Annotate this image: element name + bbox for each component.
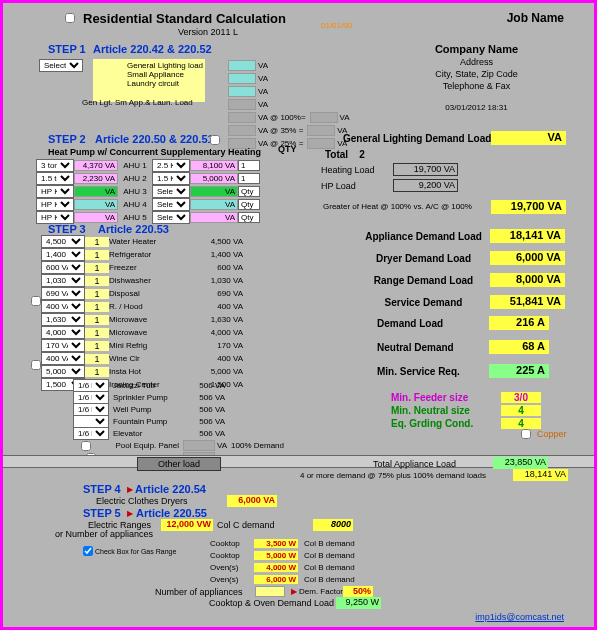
- step3-check1[interactable]: [31, 296, 41, 306]
- step3-label: STEP 3: [48, 223, 86, 235]
- version-label: Version 2011 L: [178, 27, 238, 37]
- step3-grid: 4,500 VA 1 Water Heater 4,500 VA1,400 VA…: [41, 235, 243, 391]
- copper-checkbox[interactable]: [521, 429, 531, 439]
- company-box: Company Name Address City, State, Zip Co…: [389, 43, 564, 92]
- other-load-cell[interactable]: Other load: [137, 457, 221, 471]
- four-more-label: 4 or more demand @ 75% plus 100% demand …: [300, 471, 486, 480]
- red-arrow-icon: ▶: [127, 509, 133, 518]
- dem-factor-value: 50%: [343, 586, 373, 597]
- colc-label: Col C demand: [217, 520, 275, 530]
- step4-item: Electric Clothes Dryers: [96, 496, 188, 506]
- step1-article: Article 220.42 & 220.52: [93, 43, 212, 55]
- total-app-label: Total Appliance Load: [373, 459, 456, 469]
- company-csz: City, State, Zip Code: [435, 69, 517, 79]
- footer-email-link[interactable]: imp1ids@comcast.net: [475, 612, 564, 622]
- red-arrow-icon: ▶: [291, 587, 297, 596]
- step5-article: Article 220.55: [136, 507, 207, 519]
- va-select[interactable]: 400 VA: [41, 352, 85, 365]
- kw-select[interactable]: Select: [152, 185, 190, 198]
- hp-load-value: 9,200 VA: [393, 179, 458, 192]
- hp-select[interactable]: HP KW: [36, 185, 74, 198]
- red-arrow-icon: ▶: [127, 485, 133, 494]
- or-label: or Number of appliances: [55, 529, 153, 539]
- hp-select[interactable]: 1.5 ton: [36, 172, 74, 185]
- va-select[interactable]: 170 VA: [41, 339, 85, 352]
- step2-checkbox[interactable]: [210, 135, 220, 145]
- step4-value: 6,000 VA: [227, 495, 277, 507]
- hp-select[interactable]: 3 ton: [36, 159, 74, 172]
- heating-load-value: 19,700 VA: [393, 163, 458, 176]
- step2-label: STEP 2: [48, 133, 86, 145]
- gas-range-label: Check Box for Gas Range: [95, 548, 176, 555]
- company-name: Company Name: [435, 43, 518, 55]
- step2-grid: 3 ton 4,370 VA AHU 1 2.5 KW 8,100 VA 11.…: [36, 159, 260, 224]
- kw-select[interactable]: 2.5 KW: [152, 159, 190, 172]
- datetime-label: 03/01/2012 18:31: [389, 103, 564, 112]
- va-select[interactable]: 1,400 VA: [41, 248, 85, 261]
- lighting-demand-label: General Lighting Demand Load: [343, 133, 491, 144]
- step3-sizes: Min. Feeder size3/0Min. Neutral size4Eq.…: [391, 391, 541, 430]
- hp-load-label: HP Load: [321, 181, 356, 191]
- cod-value: 9,250 W: [336, 597, 381, 609]
- step1-item: Gen Lgt. Sm App.& Laun. Load: [82, 98, 193, 107]
- total-label: Total 2: [325, 149, 365, 160]
- step1-item: Small Appliance: [95, 70, 203, 79]
- company-address: Address: [460, 57, 493, 67]
- va-select[interactable]: 600 VA: [41, 261, 85, 274]
- va-select[interactable]: 4,500 VA: [41, 235, 85, 248]
- step2-subtitle: Heat Pump w/ Concurrent Supplementary He…: [48, 147, 261, 157]
- page-title: Residential Standard Calculation: [83, 11, 286, 26]
- step3-right: Appliance Demand Load18,141 VADryer Dema…: [357, 225, 565, 313]
- cod-label: Cooktop & Oven Demand Load: [209, 598, 334, 608]
- step3-box: Demand Load216 ANeutral Demand68 AMin. S…: [377, 311, 575, 383]
- copper-label: Copper: [537, 429, 567, 439]
- hp-select[interactable]: 1/6 hp: [73, 427, 109, 440]
- va-select[interactable]: 690 VA: [41, 287, 85, 300]
- total-app-value: 23,850 VA: [493, 457, 548, 469]
- num-app-value: [255, 586, 285, 597]
- hp-select[interactable]: HP KW: [36, 198, 74, 211]
- dem-factor-label: Dem. Factor: [299, 587, 343, 596]
- step3-hp-grid: 1/6 hp Jacuzzi Tub 506 VA1/6 hp Sprinkle…: [73, 379, 225, 439]
- step4-article: Article 220.54: [135, 483, 206, 495]
- va-select[interactable]: 1,030 VA: [41, 274, 85, 287]
- step1-select[interactable]: Select: [39, 59, 83, 72]
- step4-label: STEP 4: [83, 483, 121, 495]
- greater-label: Greater of Heat @ 100% vs. A/C @ 100%: [323, 202, 472, 211]
- title-checkbox[interactable]: [65, 13, 75, 23]
- va-select[interactable]: 400 VA: [41, 300, 85, 313]
- four-more-value: 18,141 VA: [513, 469, 568, 481]
- kw-select[interactable]: Select: [152, 198, 190, 211]
- step1-label: STEP 1: [48, 43, 86, 55]
- step1-item: Laundry circuit: [95, 79, 203, 88]
- va-select[interactable]: 5,000 VA: [41, 365, 85, 378]
- step1-va-col: VA VA VA VA VA@ 100%=VA VA@ 35% =VA VA@ …: [228, 59, 350, 150]
- step5-label: STEP 5: [83, 507, 121, 519]
- gas-range-checkbox[interactable]: [83, 546, 93, 556]
- step5-rows: Cooktop 3,500 W Col B demandCooktop 5,00…: [210, 537, 368, 585]
- step2-qty-header: QTY: [278, 144, 297, 154]
- step3-article: Article 220.53: [98, 223, 169, 235]
- greater-value: 19,700 VA: [491, 200, 566, 214]
- heating-load-label: Heating Load: [321, 165, 375, 175]
- job-name: Job Name: [507, 11, 564, 25]
- step1-items-box: General Lighting load Small Appliance La…: [93, 59, 205, 102]
- step3-check-pool[interactable]: [81, 441, 91, 451]
- kw-select[interactable]: 1.5 KW: [152, 172, 190, 185]
- date-orange: 01/01/00: [321, 21, 352, 30]
- step3-check2[interactable]: [31, 360, 41, 370]
- company-tel: Telephone & Fax: [443, 81, 511, 91]
- step2-article: Article 220.50 & 220.51: [95, 133, 214, 145]
- num-app-label: Number of appliances: [155, 587, 243, 597]
- colc-value: 8000: [313, 519, 353, 531]
- spreadsheet-sheet: Residential Standard Calculation Version…: [0, 0, 597, 630]
- va-select[interactable]: 1,630 VA: [41, 313, 85, 326]
- lighting-demand-value: VA: [491, 131, 566, 145]
- va-select[interactable]: 4,000 VA: [41, 326, 85, 339]
- electric-ranges-value: 12,000 VW: [161, 519, 213, 531]
- step1-item: General Lighting load: [95, 61, 203, 70]
